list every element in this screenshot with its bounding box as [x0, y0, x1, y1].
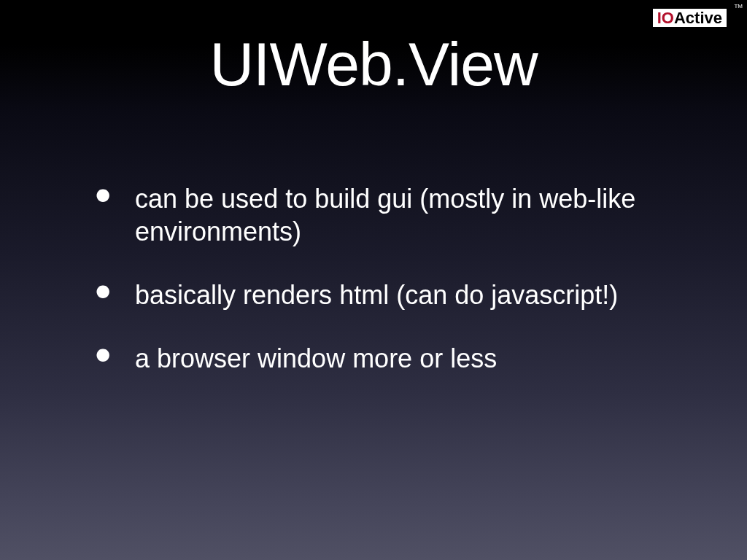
list-item: • a browser window more or less — [95, 342, 681, 375]
slide-title: UIWeb.View — [0, 29, 747, 100]
bullet-list: • can be used to build gui (mostly in we… — [95, 182, 681, 405]
brand-logo-part1: IO — [657, 9, 674, 27]
list-item: • basically renders html (can do javascr… — [95, 279, 681, 311]
bullet-icon: • — [95, 172, 111, 219]
brand-logo-box: IOActive — [653, 9, 727, 27]
bullet-icon: • — [95, 332, 111, 378]
list-item: • can be used to build gui (mostly in we… — [95, 182, 681, 248]
bullet-text: can be used to build gui (mostly in web-… — [135, 184, 635, 246]
trademark-symbol: TM — [734, 3, 743, 9]
bullet-text: a browser window more or less — [135, 343, 497, 373]
bullet-icon: • — [95, 268, 111, 315]
brand-logo-part2: Active — [674, 9, 722, 27]
bullet-text: basically renders html (can do javascrip… — [135, 280, 618, 310]
